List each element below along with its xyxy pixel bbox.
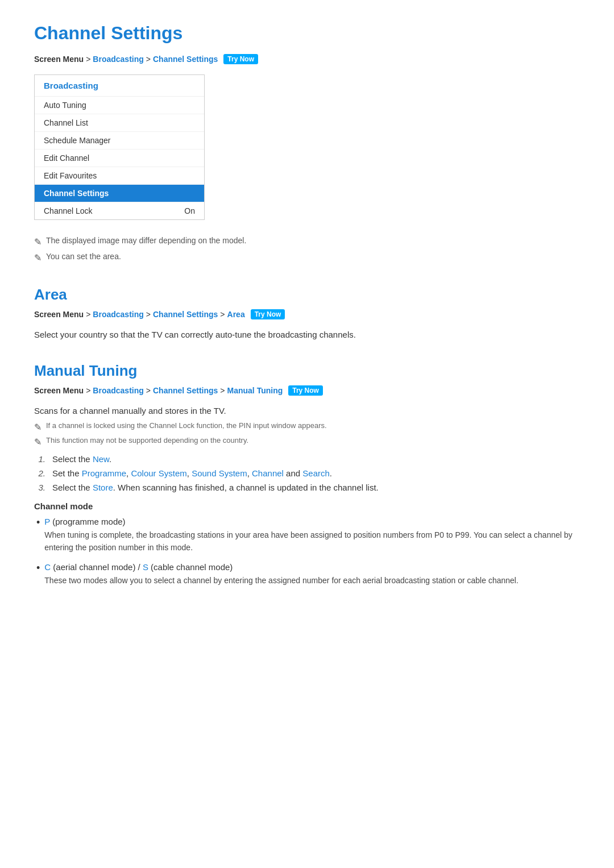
mt-note-text-1: If a channel is locked using the Channel… [46,421,327,430]
breadcrumb-plain1: Screen Menu [34,55,84,64]
mt-notes: ✎ If a channel is locked using the Chann… [34,421,580,447]
step-2-link-search[interactable]: Search [302,468,330,478]
note-icon-1: ✎ [34,236,42,247]
menu-item-channel-lock[interactable]: Channel Lock On [35,202,204,219]
menu-header: Broadcasting [35,75,204,97]
step-1: 1. Select the New. [34,454,580,464]
step-3-content: Select the Store. When scanning has fini… [52,483,379,492]
step-3-link-store[interactable]: Store [93,483,113,492]
note-text-1: The displayed image may differ depending… [46,236,246,245]
area-title: Area [34,286,580,304]
bullet-dot-p: • [36,517,40,529]
channel-mode-title: Channel mode [34,501,580,511]
step-2-link-channel[interactable]: Channel [252,468,284,478]
link-p[interactable]: P [44,517,50,526]
area-section: Area Screen Menu > Broadcasting > Channe… [34,286,580,339]
menu-item-channel-settings[interactable]: Channel Settings [35,185,204,202]
step-1-link-new[interactable]: New [93,454,109,464]
page-title: Channel Settings [34,23,580,44]
menu-item-channel-list[interactable]: Channel List [35,114,204,132]
breadcrumb-manual-tuning: Screen Menu > Broadcasting > Channel Set… [34,385,580,396]
mt-note-icon-2: ✎ [34,437,42,447]
mt-bc-plain1: Screen Menu [34,386,84,395]
mt-note-text-2: This function may not be supported depen… [46,436,248,445]
step-3: 3. Select the Store. When scanning has f… [34,483,580,492]
channel-mode-cs-label: C (aerial channel mode) / S (cable chann… [44,562,580,572]
menu-item-schedule-manager[interactable]: Schedule Manager [35,132,204,149]
channel-settings-notes: ✎ The displayed image may differ dependi… [34,236,580,263]
link-s[interactable]: S [143,562,148,572]
mt-bc-link1[interactable]: Broadcasting [93,386,143,395]
area-bc-link1[interactable]: Broadcasting [93,310,143,319]
note-text-2: You can set the area. [46,252,121,261]
try-now-badge[interactable]: Try Now [223,54,258,64]
step-2-link-programme[interactable]: Programme [82,468,126,478]
channel-mode-p-label: P (programme mode) [44,517,580,526]
area-bc-plain1: Screen Menu [34,310,84,319]
mt-note-icon-1: ✎ [34,422,42,433]
mt-note-2: ✎ This function may not be supported dep… [34,436,580,447]
mt-try-now-badge[interactable]: Try Now [288,385,323,396]
note-icon-2: ✎ [34,252,42,263]
link-c[interactable]: C [44,562,51,572]
area-description: Select your country so that the TV can c… [34,330,580,339]
step-num-1: 1. [34,454,45,464]
area-try-now-badge[interactable]: Try Now [251,309,285,319]
manual-tuning-title: Manual Tuning [34,362,580,380]
menu-item-edit-channel[interactable]: Edit Channel [35,149,204,167]
manual-tuning-section: Manual Tuning Screen Menu > Broadcasting… [34,362,580,587]
channel-mode-cs-desc: These two modes allow you to select a ch… [44,574,580,587]
channel-mode-p-desc: When tuning is complete, the broadcastin… [44,529,580,554]
breadcrumb-area: Screen Menu > Broadcasting > Channel Set… [34,309,580,319]
note-item-2: ✎ You can set the area. [34,252,580,263]
mt-bc-link3[interactable]: Manual Tuning [227,386,283,395]
breadcrumb-channel-settings: Screen Menu > Broadcasting > Channel Set… [34,54,580,64]
step-2-link-colour-system[interactable]: Colour System [131,468,186,478]
cs-label-middle: (aerial channel mode) / [51,562,143,572]
step-1-content: Select the New. [52,454,111,464]
area-bc-link3[interactable]: Area [227,310,245,319]
channel-settings-section: Screen Menu > Broadcasting > Channel Set… [34,54,580,263]
broadcasting-menu: Broadcasting Auto Tuning Channel List Sc… [34,74,205,220]
breadcrumb-sep1: > [86,55,90,64]
step-num-3: 3. [34,483,45,492]
menu-item-edit-favourites[interactable]: Edit Favourites [35,167,204,185]
mt-steps: 1. Select the New. 2. Set the Programme,… [34,454,580,492]
area-bc-link2[interactable]: Channel Settings [153,310,218,319]
cs-label-after: (cable channel mode) [148,562,233,572]
channel-mode-cs-content: C (aerial channel mode) / S (cable chann… [44,562,580,587]
channel-mode-c-s: • C (aerial channel mode) / S (cable cha… [36,562,580,587]
mt-description: Scans for a channel manually and stores … [34,406,580,416]
mt-bc-link2[interactable]: Channel Settings [153,386,218,395]
channel-mode-list: • P (programme mode) When tuning is comp… [34,517,580,587]
mt-note-1: ✎ If a channel is locked using the Chann… [34,421,580,433]
bullet-dot-cs: • [36,562,40,575]
step-2-link-sound-system[interactable]: Sound System [192,468,247,478]
channel-mode-p-content: P (programme mode) When tuning is comple… [44,517,580,554]
channel-mode-p: • P (programme mode) When tuning is comp… [36,517,580,554]
breadcrumb-link-broadcasting[interactable]: Broadcasting [93,55,143,64]
menu-item-auto-tuning[interactable]: Auto Tuning [35,97,204,114]
step-2: 2. Set the Programme, Colour System, Sou… [34,468,580,478]
note-item-1: ✎ The displayed image may differ dependi… [34,236,580,247]
breadcrumb-link-channel-settings[interactable]: Channel Settings [153,55,218,64]
step-num-2: 2. [34,468,45,478]
channel-mode-section: Channel mode • P (programme mode) When t… [34,501,580,587]
breadcrumb-sep2: > [146,55,151,64]
channel-lock-label: Channel Lock [44,206,93,215]
step-2-content: Set the Programme, Colour System, Sound … [52,468,332,478]
channel-lock-value: On [184,206,195,215]
p-label-after: (programme mode) [50,517,126,526]
